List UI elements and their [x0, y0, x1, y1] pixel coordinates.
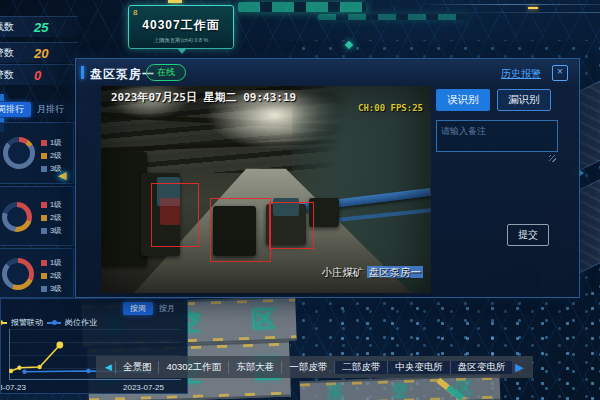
stat-label: 在线数 [0, 20, 14, 34]
nav-next-icon[interactable]: ▶ [512, 361, 526, 374]
rank-tabs: 周排行 月排行 [0, 101, 86, 118]
nav-tab-panorama[interactable]: 全景图 [115, 361, 159, 374]
level2-swatch [41, 273, 47, 279]
camera-video-feed: 2023年07月25日 星期二 09:43:19 CH:00 FPS:25 小庄… [101, 86, 431, 293]
legend-label: 2级 [50, 213, 62, 223]
video-osd-datetime: 2023年07月25日 星期二 09:43:19 [111, 90, 296, 105]
video-vignette [101, 86, 431, 293]
stat-row-alarm: 报警数 0 [0, 64, 78, 85]
tab-week-rank[interactable]: 周排行 [0, 102, 31, 117]
donut-hole [7, 263, 29, 285]
tooltip-title: 40307工作面 [129, 17, 233, 34]
stat-value: 25 [34, 20, 48, 35]
tooltip-subtitle: 上隅角瓦斯(ch4) 0.8 % [134, 36, 228, 44]
level2-swatch [41, 215, 47, 221]
stat-row-online: 在线数 25 [0, 16, 78, 37]
stat-label: 报警数 [0, 68, 14, 82]
missed-detection-button[interactable]: 漏识别 [497, 89, 551, 111]
collapse-arrow-icon[interactable]: ◀ [58, 169, 66, 182]
online-status-badge: 在线 [146, 64, 186, 81]
nav-tab-east-roadway[interactable]: 东部大巷 [228, 361, 281, 374]
history-alarm-link[interactable]: 历史报警 [501, 67, 541, 81]
legend-label: 3级 [50, 284, 62, 294]
title-accent-bar [81, 66, 84, 79]
map-streak [420, 4, 600, 5]
nav-tab-panel-substation[interactable]: 盘区变电所 [450, 361, 513, 374]
resize-handle-icon[interactable] [549, 155, 556, 162]
camera-name-highlight: 盘区泵房一 [367, 266, 424, 278]
workface-map-marker-tooltip[interactable]: 8 40307工作面 上隅角瓦斯(ch4) 0.8 % [128, 5, 234, 49]
level1-swatch [41, 140, 47, 146]
alarm-level-donut-panel-3: 1级 2级 3级 [0, 248, 74, 298]
alarm-level-donut-panel-2: 1级 2级 3级 [0, 186, 74, 246]
stat-row-warning: 预警数 20 [0, 42, 78, 63]
donut-hole [8, 142, 30, 164]
camera-nav-bar: ◀ 全景图 40302工作面 东部大巷 一部皮带 二部皮带 中央变电所 盘区变电… [96, 356, 533, 378]
alarm-feedback-panel: 误识别 漏识别 [436, 89, 564, 156]
video-osd-channel: CH:00 FPS:25 [358, 103, 423, 113]
goaf-label: 采 空 区 [305, 377, 495, 400]
level1-swatch [41, 202, 47, 208]
trend-line-panel: 按周 按月 报警联动 岗位作业 2023-07-23 2023-07-25 [0, 298, 188, 394]
map-marker-dash-2 [528, 7, 538, 9]
level2-swatch [41, 153, 47, 159]
level3-swatch [41, 166, 47, 172]
donut-hole [7, 207, 27, 227]
nav-tab-belt-2[interactable]: 二部皮带 [334, 361, 387, 374]
legend-label: 2级 [50, 271, 62, 281]
mine-tunnel-glow [238, 2, 366, 12]
mine-tunnel-glow-2 [318, 14, 468, 20]
submit-button[interactable]: 提交 [507, 224, 549, 246]
stat-label: 预警数 [0, 46, 14, 60]
tab-month-rank[interactable]: 月排行 [31, 102, 70, 117]
false-positive-button[interactable]: 误识别 [436, 89, 490, 111]
nav-prev-icon[interactable]: ◀ [102, 362, 115, 372]
nav-tab-workface-40302[interactable]: 40302工作面 [158, 361, 228, 374]
nav-tab-belt-1[interactable]: 一部皮带 [281, 361, 334, 374]
close-icon[interactable]: × [552, 65, 568, 81]
tab-by-month[interactable]: 按月 [153, 302, 181, 315]
tooltip-pointer [177, 48, 187, 54]
donut-legend: 1级 2级 3级 [41, 200, 62, 239]
tooltip-badge: 8 [133, 8, 137, 17]
mine-name: 小庄煤矿 [322, 266, 364, 278]
map-marker-dash [168, 0, 182, 3]
modal-header: 盘区泵房一 在线 历史报警 × [76, 59, 579, 86]
level3-swatch [41, 228, 47, 234]
video-watermark: 小庄煤矿 盘区泵房一 [322, 266, 423, 280]
legend-label: 1级 [50, 200, 62, 210]
stat-value: 0 [34, 68, 41, 83]
note-input[interactable] [436, 120, 558, 152]
tab-by-week[interactable]: 按周 [123, 302, 153, 315]
legend-label: 3级 [50, 226, 62, 236]
series2-marker [47, 322, 61, 324]
legend-label: 1级 [50, 138, 62, 148]
series1-marker [0, 322, 7, 324]
nav-tab-central-substation[interactable]: 中央变电所 [387, 361, 450, 374]
level3-swatch [41, 286, 47, 292]
map-streak-2 [450, 12, 600, 13]
camera-modal: 盘区泵房一 在线 历史报警 × 2023年07月25日 星期二 09:43:19… [75, 58, 580, 298]
level1-swatch [41, 260, 47, 266]
x-tick-label: 2023-07-25 [123, 383, 164, 392]
x-tick-label: 2023-07-23 [0, 383, 26, 392]
donut-legend: 1级 2级 3级 [41, 258, 62, 297]
stat-value: 20 [34, 46, 48, 61]
legend-label: 2级 [50, 151, 62, 161]
legend-label: 1级 [50, 258, 62, 268]
